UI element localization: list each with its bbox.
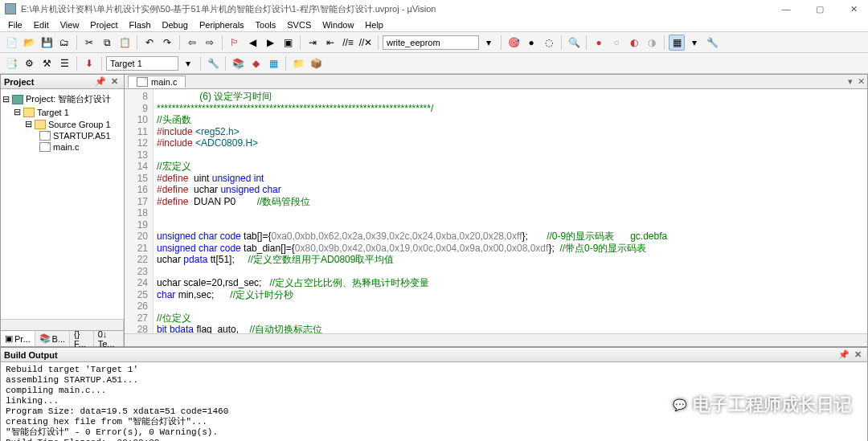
watermark-text: 电子工程师成长日记 xyxy=(693,393,852,417)
project-panel-tabs: ▣ Pr... 📚B... {} F... 0↓ Te... xyxy=(1,330,124,346)
save-icon[interactable]: 💾 xyxy=(39,35,55,51)
menu-flash[interactable]: Flash xyxy=(125,18,156,31)
translate-icon[interactable]: 📑 xyxy=(3,55,19,71)
outdent-icon[interactable]: ⇤ xyxy=(322,35,338,51)
project-tab-functions[interactable]: {} F... xyxy=(70,331,94,346)
uncomment-icon[interactable]: //✕ xyxy=(358,35,374,51)
panel-close-icon[interactable]: ✕ xyxy=(108,76,121,87)
breakpoint-kill-icon[interactable]: ◐ xyxy=(626,35,642,51)
project-tree[interactable]: ⊟Project: 智能台灯设计 ⊟Target 1 ⊟Source Group… xyxy=(1,89,124,319)
build-icon[interactable]: ⚙ xyxy=(21,55,37,71)
menu-debug[interactable]: Debug xyxy=(158,18,193,31)
panel-pin-icon[interactable]: 📌 xyxy=(92,76,108,87)
pack-installer-icon[interactable]: 📦 xyxy=(308,55,324,71)
tree-project-root[interactable]: ⊟Project: 智能台灯设计 xyxy=(2,92,122,106)
project-panel: Project 📌 ✕ ⊟Project: 智能台灯设计 ⊟Target 1 ⊟… xyxy=(0,74,125,347)
redo-icon[interactable]: ↷ xyxy=(159,35,175,51)
editor-hscroll[interactable] xyxy=(125,333,867,346)
nav-fwd-icon[interactable]: ⇨ xyxy=(202,35,218,51)
editor-tab-label: main.c xyxy=(151,77,177,87)
output-pin-icon[interactable]: 📌 xyxy=(836,349,852,360)
watermark: 💬 电子工程师成长日记 xyxy=(670,393,852,417)
build-output-header: Build Output 📌 ✕ xyxy=(1,348,867,362)
close-button[interactable]: ✕ xyxy=(844,1,863,17)
find-dropdown-icon[interactable]: ▾ xyxy=(481,35,497,51)
paste-icon[interactable]: 📋 xyxy=(117,35,133,51)
project-tab-project[interactable]: ▣ Pr... xyxy=(1,331,35,346)
new-file-icon[interactable]: 📄 xyxy=(3,35,19,51)
code-editor[interactable]: 8910111213141516171819202122232425262728… xyxy=(125,89,867,333)
configure-icon[interactable]: 🔧 xyxy=(704,35,720,51)
window-titlebar: E:\单片机设计资料\单片机设计实例\50-基于51单片机的智能台灯设计\1-程… xyxy=(0,0,868,18)
file-icon xyxy=(137,77,148,87)
debug-go-icon[interactable]: 🎯 xyxy=(506,35,522,51)
window-tile-icon[interactable]: ▦ xyxy=(669,35,685,51)
tree-file-startup[interactable]: STARTUP.A51 xyxy=(2,130,122,141)
menu-help[interactable]: Help xyxy=(360,18,388,31)
manage-rtos-icon[interactable]: ▦ xyxy=(265,55,281,71)
options-icon[interactable]: 🔧 xyxy=(205,55,221,71)
target-dropdown-icon[interactable]: ▾ xyxy=(180,55,196,71)
project-tab-templates[interactable]: 0↓ Te... xyxy=(94,331,124,346)
editor-panel: main.c ▾ ✕ 89101112131415161718192021222… xyxy=(125,74,868,347)
bookmark-next-icon[interactable]: ▶ xyxy=(262,35,278,51)
breakpoint-killall-icon[interactable]: ◑ xyxy=(644,35,660,51)
menu-file[interactable]: File xyxy=(3,18,27,31)
tree-source-group[interactable]: ⊟Source Group 1 xyxy=(2,118,122,130)
menu-bar: FileEditViewProjectFlashDebugPeripherals… xyxy=(0,18,868,32)
target-select[interactable] xyxy=(106,56,178,71)
comment-icon[interactable]: //≡ xyxy=(340,35,356,51)
insert-breakpoint-icon[interactable]: ● xyxy=(523,35,539,51)
save-all-icon[interactable]: 🗂 xyxy=(56,35,72,51)
minimize-button[interactable]: — xyxy=(776,1,796,17)
bookmark-icon[interactable]: 🏳 xyxy=(227,35,243,51)
menu-svcs[interactable]: SVCS xyxy=(282,18,316,31)
indent-icon[interactable]: ⇥ xyxy=(305,35,321,51)
editor-tab-mainc[interactable]: main.c xyxy=(128,76,186,88)
bookmark-prev-icon[interactable]: ◀ xyxy=(244,35,260,51)
nav-back-icon[interactable]: ⇦ xyxy=(184,35,200,51)
tree-file-mainc[interactable]: main.c xyxy=(2,141,122,153)
editor-close-icon[interactable]: ✕ xyxy=(855,76,867,87)
editor-dropdown-icon[interactable]: ▾ xyxy=(845,76,855,87)
toolbar-main: 📄 📂 💾 🗂 ✂ ⧉ 📋 ↶ ↷ ⇦ ⇨ 🏳 ◀ ▶ ▣ ⇥ ⇤ //≡ //… xyxy=(0,32,868,53)
menu-edit[interactable]: Edit xyxy=(29,18,54,31)
download-icon[interactable]: ⬇ xyxy=(81,55,97,71)
debug-start-icon[interactable]: 🔍 xyxy=(566,35,582,51)
code-text[interactable]: (6) 设定学习时间******************************… xyxy=(154,89,867,333)
menu-view[interactable]: View xyxy=(55,18,84,31)
kill-breakpoint-icon[interactable]: ◌ xyxy=(541,35,557,51)
undo-icon[interactable]: ↶ xyxy=(141,35,158,51)
manage-components-icon[interactable]: ◆ xyxy=(248,55,264,71)
copy-icon[interactable]: ⧉ xyxy=(99,35,115,51)
breakpoint-disable-icon[interactable]: ○ xyxy=(608,35,624,51)
line-gutter: 8910111213141516171819202122232425262728… xyxy=(125,89,154,333)
file-extensions-icon[interactable]: 📁 xyxy=(290,55,306,71)
editor-tab-bar: main.c ▾ ✕ xyxy=(125,75,867,89)
batch-build-icon[interactable]: ☰ xyxy=(56,55,72,71)
app-icon xyxy=(5,3,16,14)
project-panel-header: Project 📌 ✕ xyxy=(1,75,124,89)
menu-tools[interactable]: Tools xyxy=(251,18,281,31)
window-dropdown-icon[interactable]: ▾ xyxy=(686,35,702,51)
menu-project[interactable]: Project xyxy=(85,18,122,31)
bookmark-clear-icon[interactable]: ▣ xyxy=(280,35,296,51)
find-input[interactable] xyxy=(383,35,479,50)
project-panel-title: Project xyxy=(4,77,34,87)
menu-peripherals[interactable]: Peripherals xyxy=(194,18,249,31)
breakpoint-enable-icon[interactable]: ● xyxy=(591,35,607,51)
build-output-title: Build Output xyxy=(4,350,58,360)
manage-books-icon[interactable]: 📚 xyxy=(230,55,246,71)
output-close-icon[interactable]: ✕ xyxy=(852,349,864,360)
menu-window[interactable]: Window xyxy=(317,18,358,31)
maximize-button[interactable]: ▢ xyxy=(810,1,829,17)
rebuild-icon[interactable]: ⚒ xyxy=(39,55,55,71)
window-title: E:\单片机设计资料\单片机设计实例\50-基于51单片机的智能台灯设计\1-程… xyxy=(21,3,436,15)
tree-target[interactable]: ⊟Target 1 xyxy=(2,106,122,118)
cut-icon[interactable]: ✂ xyxy=(81,35,97,51)
project-tab-books[interactable]: 📚B... xyxy=(35,331,71,346)
toolbar-build: 📑 ⚙ ⚒ ☰ ⬇ ▾ 🔧 📚 ◆ ▦ 📁 📦 xyxy=(0,53,868,74)
wechat-icon: 💬 xyxy=(670,396,688,414)
open-file-icon[interactable]: 📂 xyxy=(21,35,37,51)
